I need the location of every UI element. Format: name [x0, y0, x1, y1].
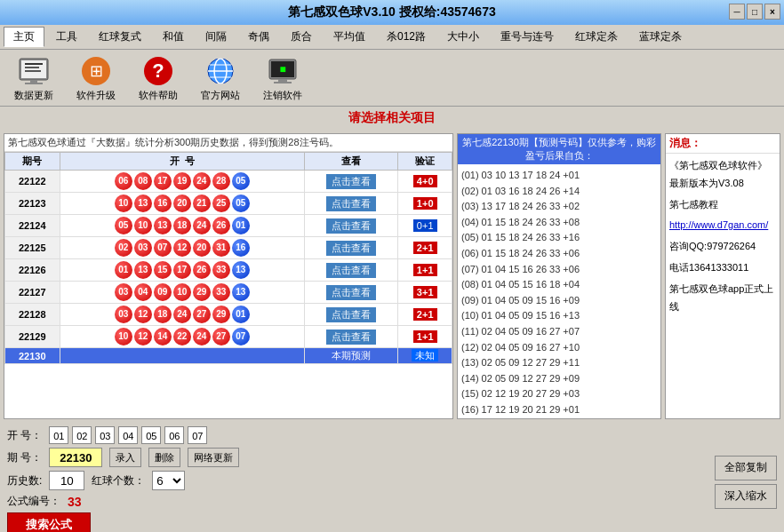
view-cell[interactable]: 点击查看 — [304, 193, 398, 215]
blue-ball: 01 — [232, 217, 250, 234]
table-row: 2212910121422242707点击查看1+1 — [5, 326, 452, 348]
red-ball: 27 — [193, 306, 211, 323]
view-cell[interactable]: 点击查看 — [304, 215, 398, 237]
menu-tab-bigmidsmall[interactable]: 大中小 — [437, 27, 489, 47]
open-num-box: 05 — [141, 426, 161, 444]
table-row: 2212310131620212505点击查看1+0 — [5, 193, 452, 215]
official-website-button[interactable]: 官方网站 — [194, 53, 247, 102]
view-cell[interactable]: 点击查看 — [304, 259, 398, 282]
formula-row: 公式编号： 33 — [7, 494, 708, 509]
network-update-button[interactable]: 网络更新 — [188, 448, 239, 467]
red-ball: 08 — [134, 172, 152, 190]
red-ball: 01 — [115, 261, 132, 279]
result-cell: 3+1 — [398, 282, 452, 304]
menu-tab-interval[interactable]: 间隔 — [196, 27, 236, 47]
period-cell: 22127 — [5, 282, 60, 304]
ball-count-select[interactable]: 678910 — [152, 471, 185, 490]
open-num-box: 04 — [118, 426, 138, 444]
red-ball: 19 — [173, 172, 191, 190]
view-button[interactable]: 点击查看 — [326, 285, 376, 300]
result-cell: 1+1 — [398, 326, 452, 348]
result-badge: 2+1 — [413, 308, 437, 321]
red-ball: 29 — [193, 283, 211, 301]
menu-tab-blue-kill[interactable]: 蓝球定杀 — [629, 27, 692, 47]
menu-tab-repeat[interactable]: 重号与连号 — [491, 27, 564, 47]
view-cell[interactable]: 点击查看 — [304, 171, 398, 193]
red-ball: 26 — [212, 217, 230, 234]
close-button[interactable]: × — [764, 4, 780, 20]
messages-header: 消息： — [666, 134, 780, 154]
red-ball: 25 — [212, 195, 230, 212]
menu-tab-tools[interactable]: 工具 — [46, 27, 87, 47]
deepen-button[interactable]: 深入缩水 — [715, 484, 777, 509]
view-button[interactable]: 点击查看 — [326, 174, 376, 189]
software-help-button[interactable]: ? 软件帮助 — [132, 53, 185, 102]
red-ball: 20 — [173, 195, 191, 212]
red-ball: 15 — [154, 261, 172, 279]
blue-ball: 01 — [232, 306, 250, 323]
view-button[interactable]: 点击查看 — [326, 241, 376, 256]
enter-button[interactable]: 录入 — [109, 448, 141, 467]
result-cell: 1+1 — [398, 259, 452, 282]
message-item: 咨询QQ:979726264 — [669, 238, 776, 256]
menu-tab-odd-even[interactable]: 奇偶 — [238, 27, 279, 47]
menu-tab-red-complex[interactable]: 红球复式 — [89, 27, 151, 47]
formula-label: 公式编号： — [7, 494, 60, 509]
prediction-line: (03) 13 17 18 24 26 33 +02 — [461, 199, 657, 215]
menu-tab-average[interactable]: 平均值 — [324, 27, 375, 47]
bottom-controls: 开 号： 01020304050607 期 号： 录入 删除 网络更新 历史数:… — [0, 423, 784, 532]
period-cell: 22123 — [5, 193, 60, 215]
open-numbers: 01020304050607 — [49, 426, 207, 444]
period-cell: 22124 — [5, 215, 60, 237]
history-input[interactable] — [49, 471, 84, 490]
balls-cell: 06081719242805 — [60, 171, 304, 193]
menu-tab-prime[interactable]: 质合 — [281, 27, 322, 47]
menu-tab-red-kill[interactable]: 红球定杀 — [565, 27, 628, 47]
search-formula-button[interactable]: 搜索公式 — [7, 512, 91, 532]
blue-ball: 16 — [232, 239, 250, 257]
view-button[interactable]: 点击查看 — [326, 218, 376, 234]
result-badge: 2+1 — [413, 242, 437, 254]
menu-tab-kill012[interactable]: 杀012路 — [377, 27, 436, 47]
prediction-line: (06) 01 15 18 24 26 33 +06 — [461, 246, 657, 262]
logout-software-button[interactable]: ■ 注销软件 — [256, 53, 309, 102]
minimize-button[interactable]: ─ — [729, 4, 745, 20]
period-input[interactable] — [49, 448, 102, 467]
menu-tab-home[interactable]: 主页 — [4, 27, 44, 47]
blue-ball: 07 — [232, 328, 250, 345]
view-cell[interactable]: 点击查看 — [304, 326, 398, 348]
menu-tab-sum[interactable]: 和值 — [153, 27, 194, 47]
view-button[interactable]: 点击查看 — [326, 330, 376, 345]
message-link[interactable]: http://www.d7gan.com/ — [669, 219, 768, 230]
bottom-left-area: 开 号： 01020304050607 期 号： 录入 删除 网络更新 历史数:… — [7, 426, 708, 532]
red-ball: 18 — [173, 217, 191, 234]
lottery-table-container[interactable]: 期号 开 号 查看 验证 2212206081719242805点击查看4+02… — [4, 152, 452, 418]
prediction-content[interactable]: (01) 03 10 13 17 18 24 +01(02) 01 03 16 … — [458, 164, 660, 418]
period-cell: 22128 — [5, 304, 60, 326]
maximize-button[interactable]: □ — [747, 4, 763, 20]
red-ball: 13 — [134, 195, 152, 212]
software-upgrade-button[interactable]: ⊞ 软件升级 — [69, 53, 123, 102]
view-cell[interactable]: 点击查看 — [304, 304, 398, 326]
copy-all-button[interactable]: 全部复制 — [715, 456, 777, 480]
result-badge: 1+1 — [413, 330, 437, 343]
red-ball: 17 — [154, 172, 172, 190]
delete-button[interactable]: 删除 — [148, 448, 180, 467]
view-button[interactable]: 点击查看 — [326, 196, 376, 211]
red-ball: 24 — [193, 172, 211, 190]
red-ball: 31 — [212, 239, 230, 257]
software-help-icon: ? — [140, 53, 176, 89]
data-update-button[interactable]: 数据更新 — [7, 53, 60, 102]
table-row: 2212601131517263313点击查看1+1 — [5, 259, 452, 282]
blue-ball: 13 — [232, 283, 250, 301]
view-cell[interactable]: 本期预测 — [304, 348, 398, 364]
balls-cell: 02030712203116 — [60, 237, 304, 259]
view-cell[interactable]: 点击查看 — [304, 282, 398, 304]
red-ball: 04 — [134, 283, 152, 301]
red-ball: 33 — [212, 283, 230, 301]
view-button[interactable]: 点击查看 — [326, 263, 376, 278]
view-cell[interactable]: 点击查看 — [304, 237, 398, 259]
red-ball: 20 — [193, 239, 211, 257]
view-button[interactable]: 点击查看 — [326, 307, 376, 322]
result-badge: 1+0 — [413, 197, 437, 210]
